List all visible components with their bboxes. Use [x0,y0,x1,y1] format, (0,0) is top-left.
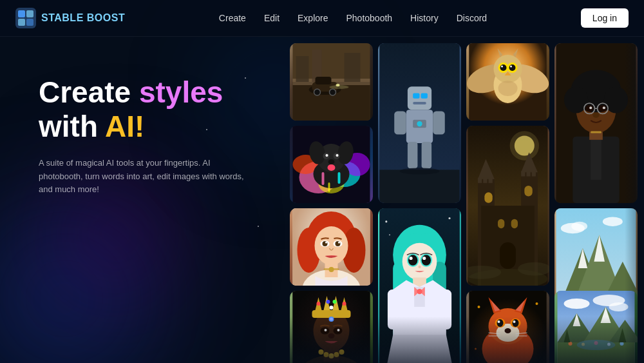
svg-point-48 [498,81,518,96]
nav-item-edit[interactable]: Edit [264,12,279,24]
svg-point-61 [592,112,599,117]
nav-item-create[interactable]: Create [219,12,246,24]
svg-point-216 [609,302,629,311]
svg-rect-102 [511,219,518,228]
svg-rect-82 [322,172,325,185]
grid-cell-anime[interactable] [378,208,461,363]
svg-point-43 [500,64,507,71]
svg-rect-27 [408,142,418,168]
svg-point-57 [585,105,593,112]
svg-rect-139 [324,268,339,270]
svg-point-181 [337,329,340,331]
svg-point-173 [317,302,321,306]
svg-point-87 [510,131,539,160]
svg-rect-158 [388,289,398,329]
grid-cell-dog[interactable] [290,126,373,203]
svg-point-187 [339,349,345,355]
svg-rect-95 [489,178,493,183]
svg-rect-1 [18,10,25,17]
svg-rect-26 [433,111,445,134]
svg-point-174 [327,300,330,304]
nav-item-discord[interactable]: Discord [457,12,487,24]
grid-cell-fox[interactable] [466,291,549,363]
svg-point-79 [336,154,339,157]
svg-point-214 [564,299,590,309]
image-grid [290,43,644,363]
svg-point-230 [577,340,616,350]
svg-point-186 [334,352,339,357]
svg-rect-93 [478,178,482,183]
svg-point-189 [330,318,333,321]
svg-point-210 [478,306,480,308]
headline-ai: AI! [105,110,144,143]
svg-rect-96 [521,171,525,176]
svg-rect-2 [26,10,33,17]
grid-cell-landscape[interactable] [554,291,638,363]
svg-point-180 [325,329,327,331]
svg-rect-8 [296,56,309,82]
svg-point-148 [408,255,417,266]
svg-point-137 [338,242,340,244]
svg-point-45 [501,66,503,68]
svg-rect-21 [408,86,431,110]
svg-point-175 [333,300,337,304]
svg-point-15 [330,89,336,95]
svg-point-204 [513,320,516,323]
svg-point-131 [315,226,348,265]
svg-point-121 [603,217,623,226]
svg-point-160 [385,221,387,222]
svg-point-202 [513,319,519,327]
grid-cell-robot[interactable] [378,43,461,203]
svg-point-177 [330,306,334,309]
logo[interactable]: STABLE BOOST [15,8,125,28]
svg-point-151 [422,257,426,260]
svg-point-211 [536,302,538,305]
nav-item-history[interactable]: History [410,12,439,24]
svg-point-157 [417,289,422,294]
logo-text: STABLE BOOST [41,12,125,24]
svg-rect-31 [380,170,460,203]
grid-cell-african-woman[interactable] [290,291,373,363]
grid-cell-owl[interactable] [466,43,549,121]
logo-icon [15,8,36,28]
svg-point-58 [599,105,607,112]
grid-cell-afro-man[interactable] [554,43,638,203]
svg-rect-97 [526,171,530,176]
svg-rect-98 [532,171,536,176]
svg-rect-22 [413,93,419,99]
navbar: STABLE BOOST Create Edit Explore Photobo… [0,0,644,37]
svg-point-182 [328,333,335,338]
svg-rect-94 [483,178,487,183]
headline-create: Create [39,75,139,109]
svg-rect-3 [18,19,25,26]
svg-rect-28 [422,142,432,168]
svg-rect-103 [500,242,516,269]
nav-item-photobooth[interactable]: Photobooth [346,12,392,24]
grid-cell-cars[interactable] [290,43,373,121]
svg-rect-24 [413,102,426,104]
main-content: Create styles with AI! A suite of magica… [0,37,644,363]
grid-cell-castle[interactable] [466,126,549,286]
headline-with: with [39,110,105,143]
headline: Create styles with AI! [39,75,245,144]
nav-item-explore[interactable]: Explore [298,12,328,24]
svg-point-81 [328,164,336,171]
svg-rect-83 [338,172,341,184]
login-button[interactable]: Log in [581,8,629,28]
svg-rect-10 [345,53,361,82]
svg-point-30 [417,121,422,126]
svg-rect-84 [328,182,330,192]
svg-rect-23 [421,93,428,99]
svg-point-201 [497,319,504,327]
svg-point-59 [589,106,592,109]
svg-point-80 [328,159,335,164]
svg-point-203 [498,320,500,323]
svg-point-162 [389,234,390,235]
svg-point-134 [325,242,327,244]
svg-point-44 [509,64,516,71]
grid-cell-redhead[interactable] [290,208,373,286]
svg-point-78 [326,154,328,157]
svg-point-32 [400,168,440,174]
hero-section: Create styles with AI! A suite of magica… [0,37,270,363]
svg-rect-100 [524,186,532,197]
